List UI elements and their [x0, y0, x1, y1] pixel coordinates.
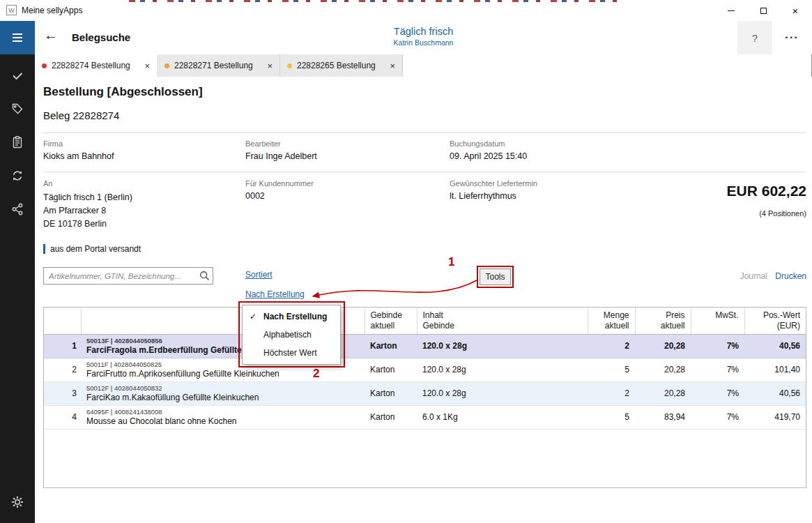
gebinde-cell: Karton: [365, 405, 417, 429]
check-icon: [10, 68, 24, 82]
article-cell: 64095F | 4008241438008 Mousse au Chocola…: [81, 405, 365, 429]
hamburger-icon: [10, 31, 24, 45]
positions-table: Gebinde aktuell Inhalt Gebinde Menge akt…: [43, 307, 806, 488]
sidebar-items: [0, 59, 35, 226]
tools-button[interactable]: Tools: [480, 268, 511, 285]
gebinde-cell: Karton: [365, 334, 417, 358]
close-button[interactable]: ×: [779, 1, 811, 21]
status-text: aus dem Portal versandt: [50, 244, 141, 254]
drucken-link[interactable]: Drucken: [775, 271, 806, 281]
column-header-poswert: Pos.-Wert (EUR): [744, 308, 806, 334]
page-title: Belegsuche: [72, 31, 130, 43]
liefertermin-value: lt. Lieferrhythmus: [450, 191, 516, 201]
background-window-sliver: [129, 0, 624, 2]
liefertermin-label: Gewünschter Liefertermin: [450, 179, 537, 188]
sidebar-item-documents[interactable]: [0, 126, 35, 159]
row-number: 3: [44, 381, 81, 405]
search-icon[interactable]: [199, 271, 210, 281]
help-button[interactable]: ?: [737, 21, 772, 54]
column-header-preis: Preis aktuell: [635, 308, 691, 334]
column-header-number: [44, 308, 81, 334]
checkmark-icon: ✓: [243, 312, 263, 321]
inhalt-cell: 120.0 x 28g: [417, 334, 588, 358]
tab-close-icon[interactable]: ×: [267, 61, 273, 71]
menu-item-alphabetisch[interactable]: Alphabetisch: [243, 326, 340, 344]
back-button[interactable]: ←: [44, 27, 58, 43]
settings-button[interactable]: [0, 485, 35, 519]
column-header-menge: Menge aktuell: [588, 308, 635, 334]
sort-field-link[interactable]: Nach Erstellung: [245, 289, 305, 299]
article-cell: 50012F | 4028044050832 FarciKao m.Kakaof…: [81, 381, 365, 405]
sidebar-item-share[interactable]: [0, 192, 35, 226]
sidebar-item-tasks[interactable]: [0, 59, 35, 92]
preis-cell: 20,28: [635, 381, 691, 405]
tab-close-icon[interactable]: ×: [390, 61, 395, 71]
maximize-button[interactable]: [747, 1, 779, 21]
column-header-mwst: MwSt.: [691, 308, 744, 334]
status-badge: aus dem Portal versandt: [43, 244, 141, 254]
row-number: 2: [44, 358, 81, 381]
row-number: 4: [44, 405, 81, 429]
article-search: [43, 267, 213, 285]
minimize-button[interactable]: [715, 1, 747, 21]
position-count: (4 Positionen): [759, 209, 806, 218]
buchungsdatum-label: Buchungsdatum: [450, 139, 505, 148]
menge-cell: 2: [588, 334, 635, 358]
table-row[interactable]: 2 50011F | 4028044050825 FarciFrutto m.A…: [44, 358, 806, 381]
tab-label: 22828265 Bestellung: [297, 61, 385, 70]
sortiert-link[interactable]: Sortiert: [245, 270, 273, 280]
tag-icon: [10, 102, 24, 116]
table-row[interactable]: 4 64095F | 4008241438008 Mousse au Choco…: [44, 405, 806, 429]
sidebar: [0, 21, 35, 523]
journal-link[interactable]: Journal: [740, 271, 767, 281]
close-icon: ×: [792, 6, 799, 16]
row-number: 1: [44, 334, 81, 358]
annotation-step-2: 2: [313, 367, 319, 381]
tab-status-dot: [42, 63, 47, 68]
tab-status-dot: [164, 63, 169, 68]
wert-cell: 419,70: [744, 405, 806, 429]
search-input[interactable]: [43, 267, 213, 285]
sidebar-item-articles[interactable]: [0, 92, 35, 126]
main-content: Bestellung [Abgeschlossen] Beleg 2282827…: [35, 77, 812, 523]
table-row[interactable]: 1 50013F | 4028044050856 FarciFragola m.…: [44, 334, 806, 358]
tab-22828265[interactable]: 22828265 Bestellung ×: [280, 54, 403, 77]
menu-item-nach-erstellung[interactable]: ✓ Nach Erstellung: [243, 308, 340, 326]
app-icon: W: [6, 5, 17, 15]
order-total: EUR 602,22: [727, 183, 806, 199]
share-icon: [10, 202, 24, 216]
document-number: Beleg 22828274: [43, 109, 119, 121]
wert-cell: 101,40: [744, 358, 806, 381]
sort-dropdown-menu: ✓ Nach Erstellung Alphabetisch Höchster …: [242, 305, 341, 365]
an-line2: Am Pfarracker 8: [43, 204, 132, 218]
kundennummer-label: Für Kundennummer: [245, 179, 314, 188]
menu-button[interactable]: [0, 21, 35, 54]
bearbeiter-label: Bearbeiter: [245, 139, 281, 148]
an-value: Täglich frisch 1 (Berlin) Am Pfarracker …: [43, 191, 132, 231]
tab-22828274[interactable]: 22828274 Bestellung ×: [35, 54, 158, 77]
table-filler: [44, 429, 806, 487]
an-label: An: [43, 179, 52, 188]
sidebar-item-sync[interactable]: [0, 159, 35, 192]
firma-label: Firma: [43, 139, 63, 148]
more-button[interactable]: ···: [777, 21, 806, 54]
app-window: W Meine sellyApps ×: [0, 0, 812, 523]
mwst-cell: 7%: [691, 358, 744, 381]
menu-item-hoechster-wert[interactable]: Höchster Wert: [243, 344, 340, 362]
wert-cell: 40,56: [744, 334, 806, 358]
preis-cell: 20,28: [635, 358, 691, 381]
table-row[interactable]: 3 50012F | 4028044050832 FarciKao m.Kaka…: [44, 381, 806, 405]
account-user: Katrin Buschmann: [394, 38, 454, 47]
buchungsdatum-value: 09. April 2025 15:40: [450, 151, 527, 161]
sync-icon: [10, 169, 24, 183]
tab-22828271[interactable]: 22828271 Bestellung ×: [158, 54, 280, 77]
table-header-row: Gebinde aktuell Inhalt Gebinde Menge akt…: [44, 308, 806, 334]
tab-label: 22828274 Bestellung: [52, 61, 140, 70]
menge-cell: 2: [588, 381, 635, 405]
tab-close-icon[interactable]: ×: [144, 61, 150, 71]
inhalt-cell: 120.0 x 28g: [417, 381, 588, 405]
account-switcher[interactable]: Täglich frisch Katrin Buschmann: [394, 26, 454, 47]
mwst-cell: 7%: [691, 405, 744, 429]
mwst-cell: 7%: [691, 381, 744, 405]
menge-cell: 5: [588, 358, 635, 381]
